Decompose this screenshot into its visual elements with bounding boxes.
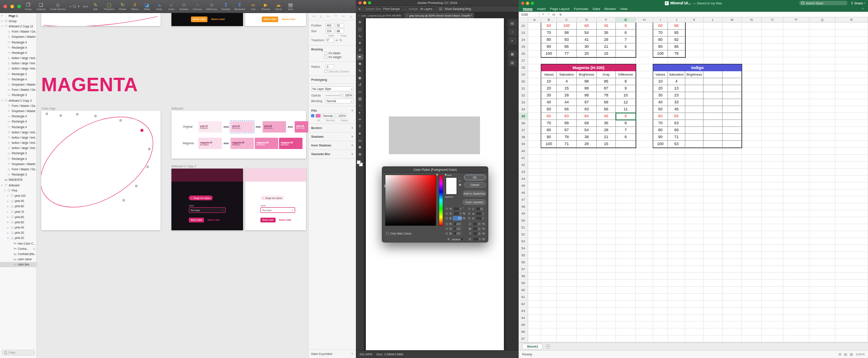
cell-I60[interactable] [653, 287, 668, 294]
cell-K49[interactable] [685, 210, 704, 217]
cell-R47[interactable] [835, 196, 868, 203]
cell-M49[interactable] [723, 210, 742, 217]
cell-R26[interactable] [835, 50, 868, 57]
toolbar-scale[interactable]: ↘Scale [155, 2, 163, 10]
toolbar-view[interactable]: ▤View [286, 2, 294, 10]
cell-M35[interactable] [723, 113, 742, 120]
artboard-curve-partial[interactable] [41, 13, 161, 26]
show-sampling-ring-checkbox[interactable]: ✓ [439, 7, 442, 10]
cell-G28[interactable] [616, 64, 636, 71]
cell-F49[interactable] [597, 210, 616, 217]
cell-Q46[interactable] [809, 189, 835, 196]
cell-O32[interactable] [762, 92, 783, 99]
cell-F51[interactable] [597, 224, 616, 231]
sheet-grid[interactable]: 2260100684596098237098543687095248093412… [519, 23, 868, 342]
cell-F39[interactable]: 15 [597, 141, 616, 148]
cell-B59[interactable] [541, 280, 557, 287]
cell-F66[interactable] [597, 328, 616, 335]
cell-R52[interactable] [835, 231, 868, 238]
close-button[interactable] [358, 1, 362, 4]
cell-C37[interactable]: 87 [557, 127, 577, 134]
cell-C53[interactable] [557, 238, 577, 245]
align-left-icon[interactable]: ⊣ [312, 15, 315, 18]
cell-Q45[interactable] [809, 182, 835, 189]
cell-O53[interactable] [762, 238, 783, 245]
cell-H58[interactable] [636, 273, 653, 280]
cell-A52[interactable] [528, 231, 541, 238]
cell-P49[interactable] [783, 210, 809, 217]
row-header-52[interactable]: 52 [519, 231, 528, 238]
cell-I27[interactable] [653, 57, 668, 64]
cell-A63[interactable] [528, 308, 541, 315]
cancel-button[interactable]: Cancel [464, 182, 486, 188]
cell-M63[interactable] [723, 308, 742, 315]
cell-R67[interactable] [835, 335, 868, 342]
row-header-22[interactable]: 22 [519, 23, 528, 30]
cell-K37[interactable] [685, 127, 704, 134]
cell-Q47[interactable] [809, 196, 835, 203]
cell-Q26[interactable] [809, 50, 835, 57]
cell-M60[interactable] [723, 287, 742, 294]
cell-R33[interactable] [835, 99, 868, 106]
cell-R42[interactable] [835, 162, 868, 169]
cell-G44[interactable] [616, 176, 636, 182]
formula-input[interactable]: 9 [559, 13, 561, 17]
saturation-brightness-field[interactable] [385, 175, 436, 226]
cell-O28[interactable] [762, 64, 783, 71]
cell-G45[interactable] [616, 182, 636, 189]
cell-M42[interactable] [723, 162, 742, 169]
cell-B50[interactable] [541, 217, 557, 224]
filter-search[interactable]: Filter [2, 350, 35, 355]
button-label-filled[interactable]: Button Label [189, 218, 204, 222]
toolbar-preview[interactable]: ▶Preview [262, 2, 270, 10]
cell-N43[interactable] [742, 169, 762, 176]
cell-C40[interactable] [557, 148, 577, 155]
cell-M65[interactable] [723, 322, 742, 328]
cell-B49[interactable] [541, 210, 557, 217]
toolbar-create-symbol[interactable]: ◇Create Symbol [50, 2, 66, 10]
zoom-control[interactable]: – + [69, 4, 80, 9]
only-web-colors-checkbox[interactable] [386, 232, 389, 235]
cell-H42[interactable] [636, 162, 653, 169]
button-label-filled[interactable]: Button Label [262, 17, 278, 22]
cell-L29[interactable] [704, 71, 723, 78]
cell-L25[interactable] [704, 43, 723, 50]
add-sheet-button[interactable]: + [546, 344, 550, 349]
cell-F28[interactable] [597, 64, 616, 71]
search-sheet-field[interactable]: Search Sheet [799, 1, 847, 5]
add-border-button[interactable]: + [351, 126, 353, 130]
cell-K51[interactable] [685, 224, 704, 231]
cell-H33[interactable] [636, 99, 653, 106]
cell-R59[interactable] [835, 280, 868, 287]
cell-A37[interactable] [528, 127, 541, 134]
cell-Q42[interactable] [809, 162, 835, 169]
cell-P56[interactable] [783, 259, 809, 266]
cell-L33[interactable] [704, 99, 723, 106]
cell-F67[interactable] [597, 335, 616, 342]
layer-item-rectangle-4[interactable]: ▭Rectangle 4 [0, 119, 36, 124]
cell-L57[interactable] [704, 266, 723, 273]
cell-I28[interactable] [653, 64, 668, 71]
cell-H39[interactable] [636, 141, 653, 148]
page-layout-view-icon[interactable]: ▤ [844, 352, 847, 356]
cell-A35[interactable] [528, 113, 541, 120]
cell-I56[interactable] [653, 259, 668, 266]
cell-K57[interactable] [685, 266, 704, 273]
cell-G61[interactable] [616, 294, 636, 301]
cell-D40[interactable] [577, 148, 597, 155]
cell-A25[interactable] [528, 43, 541, 50]
cell-D61[interactable] [577, 294, 597, 301]
cell-M41[interactable] [723, 155, 742, 162]
text-input[interactable]: Text Input ✓ [260, 207, 295, 213]
col-header-N[interactable]: N [742, 17, 762, 22]
cell-G31[interactable]: 9 [616, 85, 636, 92]
cell-F24[interactable]: 28 [597, 36, 616, 43]
cell-H43[interactable] [636, 169, 653, 176]
cell-D52[interactable] [577, 231, 597, 238]
minimize-button[interactable] [10, 5, 14, 8]
cell-O37[interactable] [762, 127, 783, 134]
collapse-ribbon-icon[interactable]: ^ [862, 7, 864, 11]
cell-I39[interactable]: 100 [653, 141, 668, 148]
artboard-swatches[interactable]: Original pink-10#FBE9F1AAApink-20#F8CFE2… [171, 111, 306, 159]
cell-K60[interactable] [685, 287, 704, 294]
